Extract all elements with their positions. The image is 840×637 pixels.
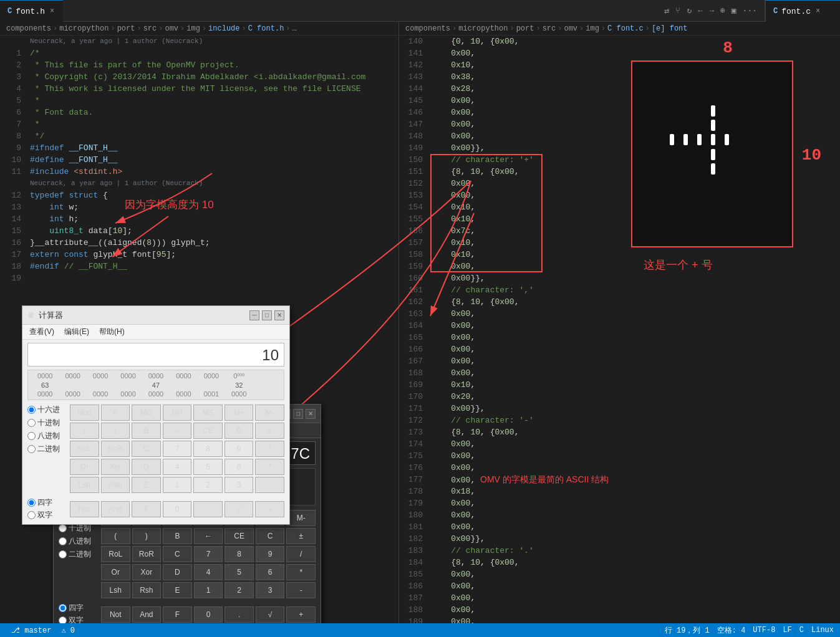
calc1-menu-view[interactable]: 查看(V) [27,326,56,338]
btn2-div[interactable]: / [286,546,316,562]
btn-Mplus[interactable]: M+ [224,405,254,421]
btn2-And[interactable]: And [132,606,162,623]
btn2-plusminus[interactable]: ± [286,528,316,544]
btn-MC[interactable]: MC [132,405,161,421]
btn2-9[interactable]: 9 [256,546,285,562]
btn-Not[interactable]: Not [70,501,99,517]
btn2-back[interactable]: ← [194,528,223,544]
btn-6[interactable]: 6 [224,459,254,475]
btn-3[interactable]: 3 [224,477,254,493]
btn-E[interactable]: E [132,477,161,493]
btn-Lsh[interactable]: Lsh [70,477,99,493]
btn-C[interactable]: C [224,423,254,439]
btn-mod[interactable]: Mod [70,405,99,421]
btn-lparen[interactable]: ( [70,423,99,439]
btn-RoL[interactable]: RoL [70,441,99,457]
btn2-dot[interactable]: . [224,606,254,623]
btn2-5[interactable]: 5 [224,564,254,580]
btn-rparen[interactable]: ) [101,423,130,439]
btn2-Lsh[interactable]: Lsh [101,582,130,598]
btn-1[interactable]: 1 [163,477,192,493]
btn-B[interactable]: B [132,423,161,439]
btn-mul[interactable]: * [255,459,284,475]
btn2-sqrt[interactable]: √ [256,606,285,623]
btn-Or[interactable]: Or [70,459,99,475]
btn2-E[interactable]: E [163,582,192,598]
btn-0[interactable]: 0 [163,501,192,517]
btn-CE[interactable]: CE [193,423,223,439]
code-area-right[interactable]: {0, 10, {0x00, 0x00, 0x10, 0x38, 0x28, 0… [427,36,626,623]
sync-icon[interactable]: ↻ [687,6,692,16]
btn2-2[interactable]: 2 [224,582,254,598]
btn2-B[interactable]: B [163,528,192,544]
btn-minus[interactable]: - [255,477,284,493]
btn2-C2[interactable]: C [163,546,192,562]
more-icon[interactable]: ··· [743,6,757,16]
btn-plusminus[interactable]: ± [255,423,284,439]
close-font-c[interactable]: × [814,6,821,17]
calc2-close[interactable]: ✕ [306,409,316,419]
btn2-Or[interactable]: Or [101,564,130,580]
btn-And[interactable]: And [101,501,130,517]
back-icon[interactable]: ← [698,6,703,16]
btn2-Not[interactable]: Not [101,606,130,623]
preview-icon[interactable]: ⊕ [720,6,725,16]
calc1-maximize[interactable]: □ [262,310,272,320]
branch-icon[interactable]: ⑂ [675,6,680,16]
radio-bin[interactable]: 二进制 [27,444,65,454]
btn2-1[interactable]: 1 [194,582,223,598]
btn-plus[interactable]: + [255,501,284,517]
btn-dot[interactable]: . [193,501,223,517]
btn2-rparen[interactable]: ) [132,528,162,544]
close-font-h[interactable]: × [49,6,56,17]
forward-icon[interactable]: → [709,6,714,16]
calc1-minimize[interactable]: ─ [249,310,259,320]
radio-hex[interactable]: 十六进 [27,405,65,415]
radio-dword[interactable]: 双字 [27,510,65,520]
btn2-4[interactable]: 4 [194,564,223,580]
btn-9[interactable]: 9 [224,441,254,457]
btn2-8[interactable]: 8 [224,546,254,562]
radio-qword[interactable]: 四字 [27,497,65,508]
btn2-C[interactable]: C [256,528,285,544]
btn-Xor[interactable]: Xor [101,459,130,475]
btn2-0[interactable]: 0 [194,606,223,623]
radio2-qword[interactable]: 四字 [59,603,96,613]
btn-sqrt[interactable]: √ [224,501,254,517]
btn2-Xor[interactable]: Xor [132,564,162,580]
btn2-D[interactable]: D [163,564,192,580]
btn2-6[interactable]: 6 [256,564,285,580]
btn-8[interactable]: 8 [193,441,223,457]
split-view-icon[interactable]: ▣ [731,6,736,16]
btn2-RoR[interactable]: RoR [132,546,162,562]
calc1-menu-edit[interactable]: 编辑(E) [62,326,91,338]
tab-font-c[interactable]: C font.c × [765,0,840,22]
calc2-maximize[interactable]: □ [293,409,303,419]
btn-7[interactable]: 7 [163,441,192,457]
btn2-7[interactable]: 7 [194,546,223,562]
radio-oct[interactable]: 八进制 [27,431,65,441]
btn2-CE[interactable]: CE [224,528,254,544]
radio2-bin[interactable]: 二进制 [59,549,96,560]
btn-Rsh[interactable]: Rsh [101,477,130,493]
btn-5[interactable]: 5 [193,459,223,475]
btn-C2[interactable]: C [132,441,161,457]
radio2-oct[interactable]: 八进制 [59,536,96,547]
split-icon[interactable]: ⇄ [664,6,669,16]
calc1-close[interactable]: ✕ [274,310,284,320]
btn-F[interactable]: F [132,501,161,517]
btn2-Mminus[interactable]: M- [286,510,316,526]
btn-back[interactable]: ← [163,423,192,439]
btn-MS[interactable]: MS [193,405,223,421]
btn2-RoL[interactable]: RoL [101,546,130,562]
btn-div[interactable]: / [255,441,284,457]
tab-font-h[interactable]: C font.h × [0,0,63,22]
btn2-3[interactable]: 3 [256,582,285,598]
btn2-Rsh[interactable]: Rsh [132,582,162,598]
btn2-plus[interactable]: + [286,606,316,623]
calc1-menu-help[interactable]: 帮助(H) [97,326,127,338]
btn-4[interactable]: 4 [163,459,192,475]
btn-RoR[interactable]: RoR [101,441,130,457]
btn2-lparen[interactable]: ( [101,528,130,544]
btn-A[interactable]: A [101,405,130,421]
